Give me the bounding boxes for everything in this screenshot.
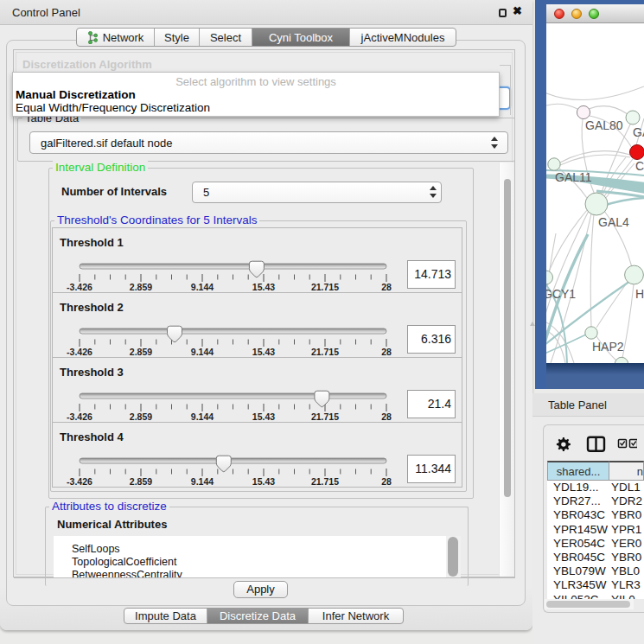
- svg-text:-3.426: -3.426: [67, 476, 92, 487]
- svg-text:2.859: 2.859: [130, 282, 152, 292]
- svg-text:28: 28: [381, 411, 392, 422]
- svg-text:-3.426: -3.426: [67, 411, 92, 422]
- svg-text:-3.426: -3.426: [67, 347, 92, 357]
- svg-text:H: H: [635, 287, 644, 301]
- svg-text:GA: GA: [633, 125, 644, 139]
- svg-text:GAL80: GAL80: [585, 118, 623, 132]
- svg-text:28: 28: [381, 476, 392, 487]
- svg-text:GAL4: GAL4: [598, 215, 629, 229]
- svg-text:C: C: [635, 159, 644, 173]
- svg-text:9.144: 9.144: [191, 347, 214, 357]
- svg-text:15.43: 15.43: [252, 282, 275, 292]
- svg-text:21.715: 21.715: [311, 476, 339, 487]
- svg-text:2.859: 2.859: [130, 411, 152, 422]
- svg-text:21.715: 21.715: [311, 282, 339, 292]
- svg-text:15.43: 15.43: [252, 411, 275, 422]
- svg-text:15.43: 15.43: [252, 347, 275, 357]
- svg-text:28: 28: [381, 282, 392, 292]
- svg-text:28: 28: [381, 347, 392, 357]
- svg-text:9.144: 9.144: [191, 411, 214, 422]
- svg-text:21.715: 21.715: [311, 411, 339, 422]
- svg-text:21.715: 21.715: [311, 347, 339, 357]
- svg-text:HAP2: HAP2: [592, 340, 624, 354]
- svg-text:GCY1: GCY1: [546, 287, 576, 301]
- svg-text:GAL11: GAL11: [555, 170, 592, 184]
- svg-text:9.144: 9.144: [191, 282, 214, 292]
- svg-text:2.859: 2.859: [130, 476, 152, 487]
- svg-text:2.859: 2.859: [130, 347, 152, 357]
- svg-text:-3.426: -3.426: [67, 282, 92, 292]
- svg-text:9.144: 9.144: [191, 476, 214, 487]
- svg-text:15.43: 15.43: [252, 476, 275, 487]
